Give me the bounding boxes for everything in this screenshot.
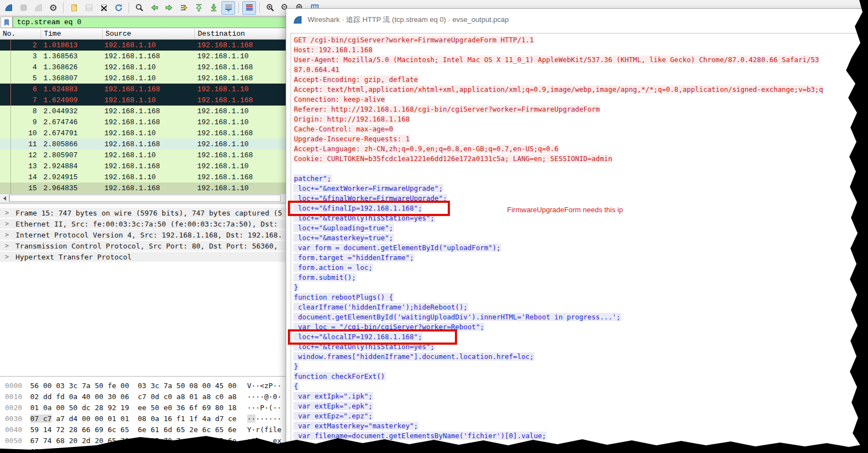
detail-text: Frame 15: 747 bytes on wire (5976 bits),… [15, 209, 282, 217]
follow-http-stream-dialog: Wireshark · 追踪 HTTP 流 (tcp.stream eq 0) … [286, 8, 868, 453]
auto-scroll-icon [224, 3, 233, 12]
reload-file-button[interactable] [112, 1, 125, 15]
restart-capture-button[interactable] [31, 1, 45, 15]
cell-no: 15 [0, 184, 41, 192]
cell-src: 192.168.1.10 [103, 74, 195, 82]
hex-offset: 0000 [5, 382, 25, 390]
stream-line: Referer: http://192.168.1.168/cgi-bin/cg… [293, 104, 867, 114]
hex-offset: 0060 [5, 448, 25, 453]
expand-chevron-icon[interactable]: > [5, 242, 9, 250]
hex-offset: 0030 [5, 415, 25, 423]
colorize-packets-button[interactable] [242, 1, 256, 15]
expand-chevron-icon[interactable]: > [5, 231, 9, 239]
stream-line: var form = document.getElementById("uplo… [293, 243, 867, 253]
cell-time: 2.674791 [41, 129, 103, 137]
request-text: Upgrade-Insecure-Requests: 1 [293, 135, 410, 143]
go-to-packet-button[interactable] [177, 1, 191, 15]
hex-ascii: gth) [101, 448, 123, 453]
find-packet-button[interactable] [132, 1, 146, 15]
stream-content[interactable]: GET /cgi-bin/cgiServer?worker=FirmwareUp… [291, 33, 867, 452]
cell-time: 2.924884 [41, 162, 103, 170]
column-header-time[interactable]: Time [41, 29, 103, 39]
stream-line: function rebootPlugs() { [293, 292, 867, 302]
response-text: var extMasterkey="masterkey"; [293, 422, 419, 430]
cell-no: 9 [0, 118, 41, 126]
toolbar-separator [63, 2, 64, 13]
filter-bookmark-button[interactable] [1, 16, 13, 28]
stream-line: form.submit(); [293, 273, 867, 283]
start-capture-button[interactable] [2, 1, 15, 15]
hex-offset: 0010 [5, 393, 25, 401]
stream-line: Accept-Encoding: gzip, deflate [293, 75, 867, 85]
highlight-box-localip [288, 329, 457, 345]
find-packet-icon [135, 3, 144, 12]
colorize-packets-icon [245, 3, 254, 12]
hscrollbar-thumb[interactable] [9, 195, 281, 202]
highlight-box-finalip [288, 201, 450, 216]
request-text: Origin: http://192.168.1.168 [293, 115, 410, 123]
start-capture-icon [4, 3, 13, 12]
detail-text: Hypertext Transfer Protocol [15, 253, 131, 261]
hex-bytes: 56 00 03 3c 7a 50 fe 00 03 3c 7a 50 08 0… [30, 382, 237, 390]
stream-line: var filename=document.getElementsByName(… [293, 431, 867, 441]
request-text: Host: 192.168.1.168 [293, 46, 373, 54]
stream-line: loc+="&nextWorker=FirmwareUpgrade"; [293, 184, 867, 194]
response-text: var extEpk=".epk"; [293, 402, 373, 410]
go-first-button[interactable] [192, 1, 205, 15]
cell-src: 192.168.1.10 [103, 63, 195, 71]
stream-line: } [293, 362, 867, 372]
response-text: document.getElementById('waitingUploadDi… [293, 313, 621, 321]
cell-time: 2.805907 [41, 151, 103, 159]
request-text: 87.0.664.41 [293, 65, 340, 74]
stream-line: var extIpk=".ipk"; [293, 391, 867, 401]
response-text: var extIpk=".ipk"; [293, 392, 373, 400]
column-header-source[interactable]: Source [103, 29, 195, 39]
cell-time: 2.924915 [41, 173, 103, 181]
expand-chevron-icon[interactable]: > [5, 209, 9, 217]
stop-capture-button[interactable] [16, 1, 30, 15]
hex-offset: 0040 [5, 426, 25, 434]
auto-scroll-button[interactable] [221, 1, 235, 15]
cell-no: 11 [0, 140, 41, 148]
cell-time: 2.805866 [41, 140, 103, 148]
close-file-button[interactable] [97, 1, 110, 15]
display-filter-value: tcp.stream eq 0 [17, 18, 81, 26]
capture-options-icon [49, 3, 58, 12]
go-forward-button[interactable] [162, 1, 176, 15]
cell-no: 4 [0, 63, 41, 71]
restart-capture-icon [34, 3, 43, 12]
response-text: form.target ="hiddenIframe"; [293, 253, 414, 262]
cell-time: 1.624883 [41, 85, 103, 93]
response-text: function rebootPlugs() { [293, 293, 394, 301]
detail-text: Transmission Control Protocol, Src Port:… [15, 242, 277, 250]
stream-line: { [293, 382, 867, 391]
stream-line: patcher"; [293, 174, 867, 184]
stream-line: User-Agent: Mozilla/5.0 (Macintosh; Inte… [293, 55, 867, 65]
expand-chevron-icon[interactable]: > [5, 253, 9, 261]
stream-line: var extEpk=".epk"; [293, 401, 867, 411]
stream-line: Origin: http://192.168.1.168 [293, 114, 867, 124]
cell-no: 7 [0, 96, 41, 104]
cell-no: 2 [0, 41, 41, 49]
stream-line: clearIframe('hiddenIframe');hideReboot()… [293, 302, 867, 312]
zoom-in-button[interactable] [263, 1, 277, 15]
request-text: Cookie: CURLTOKEN=b35fcdc1ea1221e6dd126e… [293, 154, 613, 163]
scroll-left-arrow-icon[interactable] [0, 194, 9, 202]
cell-src: 192.168.1.10 [103, 41, 195, 49]
go-back-button[interactable] [147, 1, 161, 15]
annotation-note: FirmwareUpgradeForm needs this ip [507, 206, 623, 214]
expand-chevron-icon[interactable]: > [5, 220, 9, 228]
request-text: Cache-Control: max-age=0 [293, 125, 394, 133]
stream-line: Connection: keep-alive [293, 95, 867, 104]
go-last-button[interactable] [207, 1, 220, 15]
response-text: var form = document.getElementById("uplo… [293, 244, 501, 252]
open-file-button[interactable] [67, 1, 81, 15]
column-header-no[interactable]: No. [0, 29, 41, 39]
save-file-button[interactable]: 010 [82, 1, 96, 15]
hex-bytes: 67 74 68 29 20 [30, 448, 91, 453]
dialog-titlebar[interactable]: Wireshark · 追踪 HTTP 流 (tcp.stream eq 0) … [286, 9, 867, 31]
cell-time: 1.624909 [41, 96, 103, 104]
capture-options-button[interactable] [46, 1, 60, 15]
cell-no: 10 [0, 129, 41, 137]
cell-time: 1.368807 [41, 74, 103, 82]
